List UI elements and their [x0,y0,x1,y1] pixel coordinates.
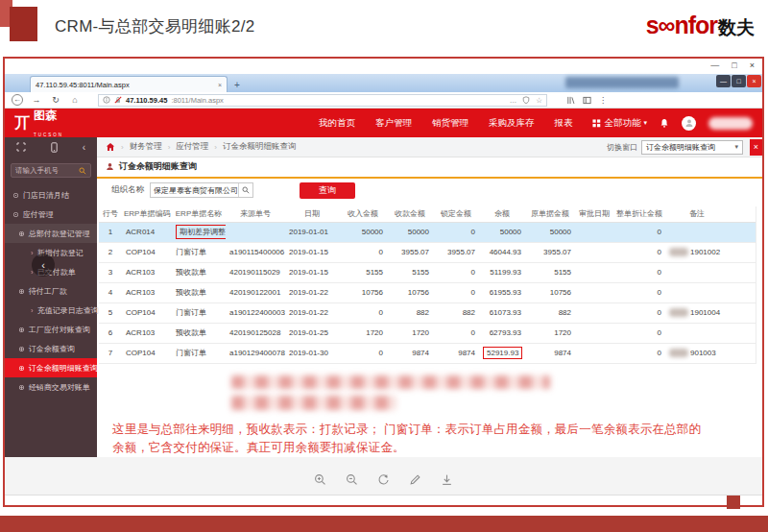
annotation-note: 这里是与总部往来明细，预收款表示：打款记录； 门窗订单：表示订单占用金额，最后一… [112,421,755,457]
zoom-in-icon[interactable] [314,473,326,486]
window-close-icon[interactable]: × [747,75,761,87]
nav-menu-item[interactable]: 报表 [554,117,572,130]
sidebar-item[interactable]: ⊙门店日清月结 [5,185,97,205]
table-cell: 10756 [339,282,387,302]
table-row[interactable]: 4ACR103预收款单4201901220012019-01-221075610… [99,282,756,302]
all-functions-button[interactable]: 全部功能 ▾ [592,117,647,130]
bookmark-star-icon[interactable]: ☆ [536,96,542,105]
table-cell [575,282,613,302]
menu-kebab-icon[interactable]: ⋮ [599,96,607,105]
sidebar-item[interactable]: ⊕待付工厂款 [5,281,97,301]
site-info-icon[interactable] [103,96,110,104]
scan-icon[interactable] [16,142,26,152]
switch-window-select[interactable]: 订金余额明细账查询 ▾ [641,140,743,155]
collapse-sidebar-icon[interactable]: ‹ [83,142,85,153]
table-cell: 3955.07 [433,242,479,262]
forward-icon[interactable]: → [31,94,42,106]
table-column-header[interactable]: 来源单号 [226,206,285,222]
rotate-icon[interactable] [377,473,390,486]
org-search-icon[interactable] [238,183,252,197]
close-icon[interactable]: × [750,60,755,71]
close-tab-button[interactable]: × [750,139,762,156]
table-row[interactable]: 6ACR103预收款单4201901250282019-01-251720172… [99,323,756,343]
sidebar-collapse-handle[interactable]: ‹ [32,254,55,277]
sidebar-item[interactable]: ⊕总部付款登记管理 [5,224,97,243]
window-minimize-icon[interactable]: — [716,75,731,87]
table-cell [665,282,729,302]
table-cell: 52919.93 [479,343,525,363]
sidebar-item[interactable]: ›充值记录日志查询 [5,301,97,320]
avatar[interactable] [682,116,696,131]
sidebar-item[interactable]: ⊕订金余额查询 [5,339,97,358]
table-cell: 0 [613,323,665,343]
breadcrumb-item[interactable]: 应付管理 [176,141,208,153]
table-cell: 50000 [525,222,575,242]
table-column-header[interactable]: 日期 [285,206,339,222]
sidebar-item-label: 经销商交易对账单 [29,382,90,393]
minimize-icon[interactable]: — [710,60,719,71]
nav-menu-item[interactable]: 客户管理 [375,117,412,130]
table-column-filler [729,206,756,222]
download-icon[interactable] [441,473,453,486]
table-cell: 10756 [525,282,575,302]
table-cell: 9874 [433,343,479,363]
page-actions-icon[interactable]: … [510,96,517,105]
table-column-header[interactable]: 收入金额 [339,206,387,222]
table-column-header[interactable]: 原单据金额 [525,206,575,222]
new-tab-icon[interactable]: + [234,80,240,90]
sidebar-item[interactable]: ⊕工厂应付对账查询 [5,320,97,339]
table-row[interactable]: 5COP104门窗订单a1901224000032019-01-22088288… [99,302,756,323]
browser-tab[interactable]: 47.110.59.45:8011/Main.aspx × [30,76,228,92]
table-cell: 1901004 [665,302,729,323]
table-column-header[interactable]: ERP单据名称 [172,206,226,222]
url-path: :8011/Main.aspx [171,96,223,105]
sidebar-item[interactable]: ⊙应付管理 [5,205,97,224]
search-icon[interactable] [79,167,86,175]
maximize-icon[interactable]: □ [732,60,736,71]
reload-icon[interactable]: ↻ [50,94,61,106]
sidebar-search[interactable]: 请输入手机号 [11,163,91,178]
shield-icon[interactable] [522,96,530,104]
table-row[interactable]: 3ACR103预收款单4201901150292019-01-155155515… [99,262,756,282]
tucson-logo-mark: 丌 [14,115,30,131]
bell-icon[interactable] [660,118,669,129]
table-cell: COP104 [122,343,172,363]
breadcrumb-item[interactable]: 订金余额明细账查询 [223,141,297,153]
table-column-header[interactable]: 审批日期 [575,206,613,222]
sidebar-toggle-icon[interactable] [583,96,591,105]
table-cell: 7 [99,343,122,363]
table-cell: ACR014 [122,222,172,242]
insecure-lock-icon[interactable] [114,96,122,104]
table-row[interactable]: 7COP104门窗订单a1901294000782019-01-30098749… [99,343,756,363]
window-restore-icon[interactable]: □ [732,75,746,87]
back-icon[interactable]: ← [12,94,23,106]
table-row[interactable]: 1ACR014期初差异调整2019-01-0150000500000500005… [99,222,756,242]
breadcrumb-item[interactable]: 财务管理 [130,141,162,153]
table-column-header[interactable]: 余额 [479,206,525,222]
org-input[interactable]: 保定星泰客商贸有限公司 [150,182,253,198]
table-column-header[interactable]: 整单折让金额 [613,206,665,222]
zoom-out-icon[interactable] [346,473,358,486]
sidebar-item[interactable]: ⊕订金余额明细账查询 [5,358,97,377]
library-icon[interactable] [566,96,575,105]
table-column-header[interactable]: 收款金额 [387,206,433,222]
home-icon[interactable]: ⌂ [69,94,81,106]
table-cell: 6 [99,323,122,343]
phone-icon[interactable] [51,142,58,153]
table-column-header[interactable]: ERP单据编码 [122,206,172,222]
url-bar[interactable]: 47.110.59.45:8011/Main.aspx … ☆ [98,94,547,107]
table-row[interactable]: 2COP104门窗订单a1901154000062019-01-1503955.… [99,242,756,262]
top-menu: 我的首页客户管理销货管理采购及库存报表 [319,117,573,130]
sidebar-item[interactable]: ⊕经销商交易对账单 [5,377,97,397]
table-column-header[interactable]: 行号 [99,206,122,222]
tab-close-icon[interactable]: × [218,82,222,88]
edit-pencil-icon[interactable] [409,473,421,486]
table-column-header[interactable]: 备注 [665,206,729,222]
query-button[interactable]: 查询 [300,182,355,199]
nav-menu-item[interactable]: 销货管理 [432,117,468,130]
nav-menu-item[interactable]: 采购及库存 [489,117,535,130]
nav-menu-item[interactable]: 我的首页 [319,117,355,130]
breadcrumb-separator-icon: › [121,143,124,152]
table-column-header[interactable]: 锁定金额 [433,206,479,222]
breadcrumb-home-icon[interactable] [106,142,115,152]
